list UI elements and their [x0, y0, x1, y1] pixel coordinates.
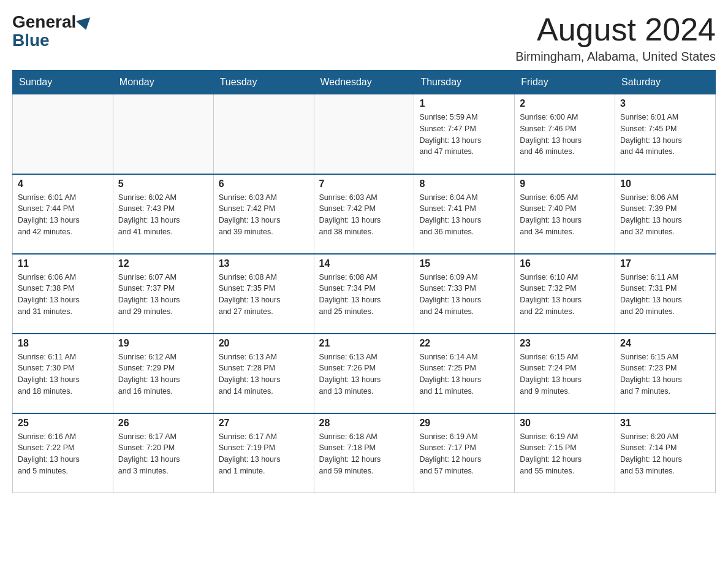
day-info: Sunrise: 6:01 AMSunset: 7:45 PMDaylight:…	[620, 112, 710, 158]
calendar-cell: 31Sunrise: 6:20 AMSunset: 7:14 PMDayligh…	[615, 413, 716, 493]
day-info: Sunrise: 6:05 AMSunset: 7:40 PMDaylight:…	[520, 192, 610, 238]
calendar-cell: 7Sunrise: 6:03 AMSunset: 7:42 PMDaylight…	[314, 174, 414, 254]
day-info: Sunrise: 6:18 AMSunset: 7:18 PMDaylight:…	[319, 431, 409, 477]
calendar-week-3: 11Sunrise: 6:06 AMSunset: 7:38 PMDayligh…	[13, 254, 716, 334]
day-number: 16	[520, 258, 610, 269]
weekday-header-saturday: Saturday	[615, 71, 716, 94]
calendar-cell: 11Sunrise: 6:06 AMSunset: 7:38 PMDayligh…	[13, 254, 113, 334]
day-info: Sunrise: 6:03 AMSunset: 7:42 PMDaylight:…	[219, 192, 309, 238]
day-info: Sunrise: 6:01 AMSunset: 7:44 PMDaylight:…	[18, 192, 108, 238]
calendar-cell: 24Sunrise: 6:15 AMSunset: 7:23 PMDayligh…	[615, 334, 716, 413]
day-info: Sunrise: 6:02 AMSunset: 7:43 PMDaylight:…	[118, 192, 208, 238]
calendar-cell: 18Sunrise: 6:11 AMSunset: 7:30 PMDayligh…	[13, 334, 113, 413]
day-info: Sunrise: 6:03 AMSunset: 7:42 PMDaylight:…	[319, 192, 409, 238]
weekday-header-wednesday: Wednesday	[314, 71, 414, 94]
day-number: 18	[18, 338, 108, 349]
calendar-cell: 30Sunrise: 6:19 AMSunset: 7:15 PMDayligh…	[515, 413, 615, 493]
day-info: Sunrise: 6:11 AMSunset: 7:31 PMDaylight:…	[620, 272, 710, 318]
day-number: 3	[620, 98, 710, 109]
day-info: Sunrise: 6:00 AMSunset: 7:46 PMDaylight:…	[520, 112, 610, 158]
calendar-week-2: 4Sunrise: 6:01 AMSunset: 7:44 PMDaylight…	[13, 174, 716, 254]
calendar-cell: 28Sunrise: 6:18 AMSunset: 7:18 PMDayligh…	[314, 413, 414, 493]
day-info: Sunrise: 6:09 AMSunset: 7:33 PMDaylight:…	[419, 272, 509, 318]
day-info: Sunrise: 6:15 AMSunset: 7:23 PMDaylight:…	[620, 351, 710, 397]
day-number: 5	[118, 178, 208, 190]
calendar-cell: 8Sunrise: 6:04 AMSunset: 7:41 PMDaylight…	[414, 174, 515, 254]
weekday-header-row: SundayMondayTuesdayWednesdayThursdayFrid…	[13, 71, 716, 94]
calendar-cell: 6Sunrise: 6:03 AMSunset: 7:42 PMDaylight…	[213, 174, 314, 254]
day-number: 1	[419, 98, 509, 109]
day-info: Sunrise: 6:08 AMSunset: 7:35 PMDaylight:…	[219, 272, 309, 318]
calendar-cell: 1Sunrise: 5:59 AMSunset: 7:47 PMDaylight…	[414, 94, 515, 174]
day-info: Sunrise: 6:06 AMSunset: 7:39 PMDaylight:…	[620, 192, 710, 238]
day-number: 9	[520, 178, 610, 190]
day-number: 21	[319, 338, 409, 349]
day-number: 15	[419, 258, 509, 269]
calendar-cell: 17Sunrise: 6:11 AMSunset: 7:31 PMDayligh…	[615, 254, 716, 334]
day-number: 26	[118, 418, 208, 429]
calendar-cell: 3Sunrise: 6:01 AMSunset: 7:45 PMDaylight…	[615, 94, 716, 174]
calendar-cell: 27Sunrise: 6:17 AMSunset: 7:19 PMDayligh…	[213, 413, 314, 493]
day-info: Sunrise: 6:15 AMSunset: 7:24 PMDaylight:…	[520, 351, 610, 397]
calendar-cell: 19Sunrise: 6:12 AMSunset: 7:29 PMDayligh…	[113, 334, 213, 413]
day-number: 22	[419, 338, 509, 349]
calendar-cell: 2Sunrise: 6:00 AMSunset: 7:46 PMDaylight…	[515, 94, 615, 174]
weekday-header-friday: Friday	[515, 71, 615, 94]
day-info: Sunrise: 6:08 AMSunset: 7:34 PMDaylight:…	[319, 272, 409, 318]
day-number: 7	[319, 178, 409, 190]
day-info: Sunrise: 6:11 AMSunset: 7:30 PMDaylight:…	[18, 351, 108, 397]
location: Birmingham, Alabama, United States	[515, 50, 716, 64]
calendar-cell: 29Sunrise: 6:19 AMSunset: 7:17 PMDayligh…	[414, 413, 515, 493]
day-number: 11	[18, 258, 108, 269]
calendar-cell: 26Sunrise: 6:17 AMSunset: 7:20 PMDayligh…	[113, 413, 213, 493]
day-info: Sunrise: 6:17 AMSunset: 7:19 PMDaylight:…	[219, 431, 309, 477]
logo-blue-text: Blue	[12, 31, 50, 50]
day-number: 10	[620, 178, 710, 190]
calendar-cell: 4Sunrise: 6:01 AMSunset: 7:44 PMDaylight…	[13, 174, 113, 254]
day-info: Sunrise: 6:10 AMSunset: 7:32 PMDaylight:…	[520, 272, 610, 318]
day-number: 23	[520, 338, 610, 349]
calendar-cell: 9Sunrise: 6:05 AMSunset: 7:40 PMDaylight…	[515, 174, 615, 254]
calendar-cell: 5Sunrise: 6:02 AMSunset: 7:43 PMDaylight…	[113, 174, 213, 254]
day-info: Sunrise: 6:19 AMSunset: 7:17 PMDaylight:…	[419, 431, 509, 477]
calendar-cell: 21Sunrise: 6:13 AMSunset: 7:26 PMDayligh…	[314, 334, 414, 413]
month-title: August 2024	[515, 12, 716, 47]
calendar-cell	[113, 94, 213, 174]
calendar-table: SundayMondayTuesdayWednesdayThursdayFrid…	[12, 70, 716, 493]
day-number: 19	[118, 338, 208, 349]
calendar-cell: 12Sunrise: 6:07 AMSunset: 7:37 PMDayligh…	[113, 254, 213, 334]
logo-arrow-icon	[76, 17, 93, 32]
calendar-cell: 25Sunrise: 6:16 AMSunset: 7:22 PMDayligh…	[13, 413, 113, 493]
day-info: Sunrise: 6:14 AMSunset: 7:25 PMDaylight:…	[419, 351, 509, 397]
day-info: Sunrise: 6:17 AMSunset: 7:20 PMDaylight:…	[118, 431, 208, 477]
day-number: 4	[18, 178, 108, 190]
day-number: 31	[620, 418, 710, 429]
page-header: General Blue August 2024 Birmingham, Ala…	[12, 12, 716, 64]
weekday-header-thursday: Thursday	[414, 71, 515, 94]
day-info: Sunrise: 6:19 AMSunset: 7:15 PMDaylight:…	[520, 431, 610, 477]
calendar-cell: 15Sunrise: 6:09 AMSunset: 7:33 PMDayligh…	[414, 254, 515, 334]
calendar-week-4: 18Sunrise: 6:11 AMSunset: 7:30 PMDayligh…	[13, 334, 716, 413]
day-number: 30	[520, 418, 610, 429]
day-number: 27	[219, 418, 309, 429]
logo-general-text: General	[12, 12, 76, 32]
calendar-cell	[314, 94, 414, 174]
day-number: 13	[219, 258, 309, 269]
day-number: 17	[620, 258, 710, 269]
title-section: August 2024 Birmingham, Alabama, United …	[515, 12, 716, 64]
weekday-header-monday: Monday	[113, 71, 213, 94]
logo: General Blue	[12, 12, 92, 50]
calendar-cell: 14Sunrise: 6:08 AMSunset: 7:34 PMDayligh…	[314, 254, 414, 334]
day-info: Sunrise: 6:13 AMSunset: 7:26 PMDaylight:…	[319, 351, 409, 397]
day-number: 20	[219, 338, 309, 349]
day-info: Sunrise: 6:07 AMSunset: 7:37 PMDaylight:…	[118, 272, 208, 318]
day-number: 29	[419, 418, 509, 429]
calendar-week-5: 25Sunrise: 6:16 AMSunset: 7:22 PMDayligh…	[13, 413, 716, 493]
day-info: Sunrise: 6:12 AMSunset: 7:29 PMDaylight:…	[118, 351, 208, 397]
day-number: 12	[118, 258, 208, 269]
calendar-cell	[13, 94, 113, 174]
calendar-cell: 22Sunrise: 6:14 AMSunset: 7:25 PMDayligh…	[414, 334, 515, 413]
calendar-cell: 23Sunrise: 6:15 AMSunset: 7:24 PMDayligh…	[515, 334, 615, 413]
day-number: 28	[319, 418, 409, 429]
day-number: 6	[219, 178, 309, 190]
